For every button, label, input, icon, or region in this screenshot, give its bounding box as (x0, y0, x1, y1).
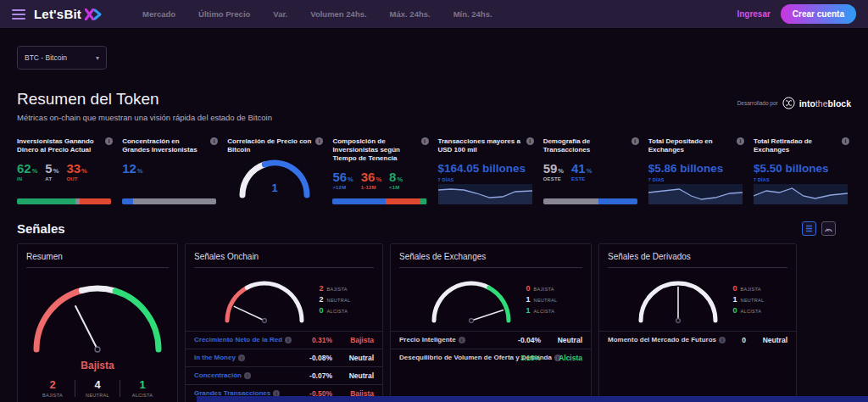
logo-x-icon (85, 8, 102, 20)
signal-row: Momento del Mercado de Futurosi 0 Neutra… (599, 331, 796, 349)
signal-value: -0.07% (298, 371, 332, 380)
card-title: Señales de Derivados (599, 244, 796, 267)
gauge-legend: 0BAJISTA 1NEUTRAL 1ALCISTA (526, 284, 558, 315)
info-icon[interactable]: i (421, 137, 429, 145)
nav-item-mercado[interactable]: Mercado (142, 9, 175, 19)
info-icon[interactable]: i (737, 137, 744, 145)
gauge-view-toggle[interactable] (821, 221, 836, 236)
metric-title: Transacciones mayores a USD 100 mil (438, 137, 532, 154)
correlation-value: 1 (271, 181, 277, 194)
neutral-count: 4 (94, 379, 100, 390)
powered-by: Desarrollado por intotheblock (737, 97, 851, 109)
gauge-legend: 0BAJISTA 1NEUTRAL 0ALCISTA (733, 284, 765, 315)
signal-value: -0.04% (507, 336, 541, 344)
info-icon[interactable]: i (210, 137, 218, 145)
signal-row: Concentracióni -0.07% Neutral (186, 366, 382, 384)
signal-card-summary: Resumen Bajista 2 BAJISTA 4 NEUTRAL (17, 243, 178, 402)
powered-by-label: Desarrollado por (737, 100, 778, 106)
nav-item-max[interactable]: Máx. 24hs. (390, 9, 431, 19)
info-icon[interactable]: i (459, 337, 465, 343)
signal-verdict: Alcista (545, 354, 582, 362)
menu-icon[interactable] (12, 9, 25, 20)
metric-title: Total Depositado en Exchanges (648, 137, 743, 154)
intotheblock-icon (782, 97, 795, 109)
stat-out: 33% OUT (66, 162, 86, 181)
distribution-bar (332, 198, 426, 204)
signal-label[interactable]: Precio Inteligentei (399, 336, 503, 343)
signal-card-onchain: Señales Onchain 2BAJISTA 2NEUTRAL 0ALCIS… (185, 243, 383, 402)
login-link[interactable]: Ingresar (737, 9, 770, 19)
gauge-legend: 2BAJISTA 2NEUTRAL 0ALCISTA (320, 284, 351, 315)
metric-card-exchange-deposits: Total Depositado en Exchanges i $5.86 bi… (648, 137, 746, 204)
summary-verdict: Bajista (18, 360, 177, 371)
token-select[interactable]: BTC - Bitcoin ▾ (17, 46, 107, 70)
signup-button[interactable]: Crear cuenta (781, 4, 856, 24)
distribution-bar (17, 198, 111, 204)
metric-card-in-the-money: Inversionistas Ganando Dinero al Precio … (17, 137, 114, 204)
onchain-signal-table: Crecimiento Neto de la Redi 0.31% Bajist… (186, 331, 382, 402)
stat-1-12m: 36% 1-12M (361, 170, 381, 190)
signal-value: 0.31% (298, 336, 332, 344)
list-view-toggle[interactable] (802, 221, 816, 236)
signal-verdict: Neutral (337, 354, 374, 362)
nav-item-volumen[interactable]: Volumen 24hs. (310, 9, 366, 19)
distribution-bar (122, 198, 216, 204)
gauge-needle (233, 306, 264, 321)
bearish-count: 2 (49, 379, 55, 390)
stat-over-12m: 56% >12M (332, 170, 353, 190)
exchanges-signal-table: Precio Inteligentei -0.04% Neutral Deseq… (391, 331, 591, 366)
info-icon[interactable]: i (285, 337, 292, 343)
signal-card-exchanges: Señales de Exchanges 0BAJISTA 1NEUTRAL 1… (390, 243, 592, 402)
metric-value: $5.86 billones (648, 163, 743, 175)
distribution-bar (543, 198, 637, 204)
metric-card-hodl-composition: Composición de Inversionistas según Tiem… (332, 137, 430, 204)
info-icon[interactable]: i (105, 137, 113, 145)
signal-card-derivatives: Señales de Derivados 0BAJISTA 1NEUTRAL 0… (598, 243, 797, 402)
info-icon[interactable]: i (244, 372, 251, 379)
summary-gauge (25, 273, 170, 356)
stat-at: 5% AT (45, 162, 58, 181)
signal-row: Crecimiento Neto de la Redi 0.31% Bajist… (186, 331, 382, 349)
metric-title: Correlación de Precio con Bitcoin (227, 137, 321, 154)
onchain-gauge (218, 273, 311, 326)
signal-label[interactable]: Crecimiento Neto de la Redi (194, 336, 294, 343)
signal-value: -0.08% (298, 354, 332, 362)
bullish-count: 1 (139, 379, 145, 390)
signal-label[interactable]: Momento del Mercado de Futurosi (608, 336, 708, 343)
signal-verdict: Neutral (545, 336, 582, 344)
page-title: Resumen del Token (17, 90, 272, 109)
stat-in: 62% IN (17, 162, 37, 181)
top-nav: Let'sBit Mercado Último Precio Var. Volu… (0, 0, 868, 28)
gauge-needle (471, 310, 504, 320)
signal-label[interactable]: In the Moneyi (194, 354, 294, 361)
signal-verdict: Neutral (337, 371, 374, 380)
intotheblock-wordmark: intotheblock (799, 98, 851, 109)
signal-verdict: Bajista (337, 336, 374, 344)
metric-card-exchange-withdrawals: Total Retiradao de Exchanges i $5.50 bil… (754, 137, 851, 204)
info-icon[interactable]: i (842, 137, 849, 145)
info-icon[interactable]: i (632, 137, 639, 145)
derivatives-gauge (632, 273, 725, 326)
metric-value: $5.50 billones (754, 163, 848, 175)
exchanges-gauge (425, 273, 518, 326)
signal-label[interactable]: Desequilibrio de Volumen de Oferta y Dem… (399, 354, 503, 361)
metric-title: Composición de Inversionistas según Tiem… (332, 137, 426, 163)
card-title: Señales de Exchanges (391, 244, 591, 267)
nav-item-var[interactable]: Var. (273, 9, 287, 19)
info-icon[interactable]: i (238, 355, 245, 361)
stat-west: 59% OESTE (543, 162, 564, 181)
gauge-needle (75, 305, 97, 349)
letsbit-logo[interactable]: Let'sBit (34, 7, 102, 21)
summary-counts: 2 BAJISTA 4 NEUTRAL 1 ALCISTA (18, 379, 177, 398)
signal-label[interactable]: Concentracióni (194, 371, 294, 379)
info-icon[interactable]: i (315, 137, 323, 145)
signals-title: Señales (17, 221, 65, 236)
nav-item-min[interactable]: Mín. 24hs. (453, 9, 492, 19)
card-title: Señales Onchain (186, 244, 382, 267)
market-stats-nav: Mercado Último Precio Var. Volumen 24hs.… (142, 9, 492, 19)
nav-item-ultimo-precio[interactable]: Último Precio (198, 9, 250, 19)
metric-title: Demografía de Transacciones (543, 137, 637, 154)
signal-verdict: Neutral (750, 336, 787, 344)
metric-title: Total Retiradao de Exchanges (754, 137, 848, 154)
info-icon[interactable]: i (526, 137, 534, 145)
